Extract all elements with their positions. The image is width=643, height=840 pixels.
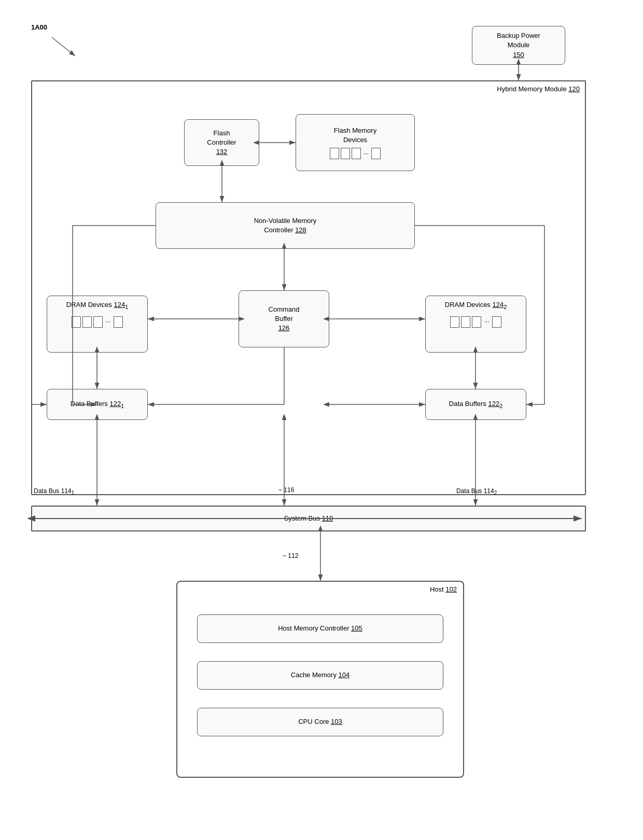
dram1-box: DRAM Devices 1241 ··· (47, 296, 148, 353)
dram1-label: DRAM Devices 1241 (66, 300, 128, 311)
flash-memory-devices-box: Flash Memory Devices ··· (296, 114, 415, 171)
backup-power-label: Backup Power (497, 31, 540, 40)
flash-mem-label2: Devices (343, 135, 367, 145)
cpu-core-label: CPU Core 103 (298, 717, 342, 726)
ref-112-label: ~ 112 (283, 552, 298, 559)
cache-memory-box: Cache Memory 104 (197, 661, 443, 690)
flash-mem-label: Flash Memory (334, 126, 376, 135)
command-buffer-box: Command Buffer 126 (239, 290, 329, 347)
data-bus2-label: Data Bus 1142 (456, 487, 497, 496)
flash-ctrl-label2: Controller (207, 138, 236, 147)
system-bus-box: System Bus 110 (31, 506, 586, 531)
svg-line-5 (52, 37, 75, 56)
flash-controller-box: Flash Controller 132 (184, 119, 259, 166)
fig-label: 1A00 (31, 23, 47, 31)
flash-ctrl-label: Flash (214, 129, 230, 138)
cmd-buf-ref: 126 (278, 324, 290, 333)
host-mem-ctrl-label: Host Memory Controller 105 (278, 624, 362, 633)
nvm-ctrl-label2: Controller 128 (264, 226, 306, 235)
host-label: Host 102 (430, 585, 457, 594)
flash-ctrl-ref: 132 (216, 147, 228, 157)
backup-power-label2: Module (508, 40, 530, 50)
cmd-buf-label: Command (269, 305, 300, 314)
hybrid-module-label: Hybrid Memory Module 120 (497, 85, 580, 94)
nvm-ctrl-label: Non-Volatile Memory (254, 216, 317, 226)
dbuf2-label: Data Buffers 1222 (449, 399, 502, 410)
dram1-chips: ··· (72, 316, 122, 328)
data-buffers2-box: Data Buffers 1222 (425, 389, 526, 420)
cpu-core-box: CPU Core 103 (197, 708, 443, 736)
dram2-chips: ··· (450, 316, 501, 328)
data-buffers1-box: Data Buffers 1221 (47, 389, 148, 420)
nvm-controller-box: Non-Volatile Memory Controller 128 (156, 202, 415, 249)
cache-mem-label: Cache Memory 104 (291, 670, 350, 680)
cmd-buf-label2: Buffer (275, 314, 292, 324)
ref-116-label: ~ 116 (278, 486, 294, 494)
dbuf1-label: Data Buffers 1221 (71, 399, 124, 410)
host-memory-controller-box: Host Memory Controller 105 (197, 614, 443, 643)
flash-mem-chips: ··· (330, 148, 381, 159)
dram2-box: DRAM Devices 1242 ··· (425, 296, 526, 353)
backup-power-box: Backup Power Module 150 (472, 26, 565, 65)
dram2-label: DRAM Devices 1242 (445, 300, 507, 311)
system-bus-label: System Bus 110 (284, 514, 333, 523)
backup-power-ref: 150 (513, 50, 524, 60)
data-bus1-label: Data Bus 1141 (34, 487, 74, 496)
